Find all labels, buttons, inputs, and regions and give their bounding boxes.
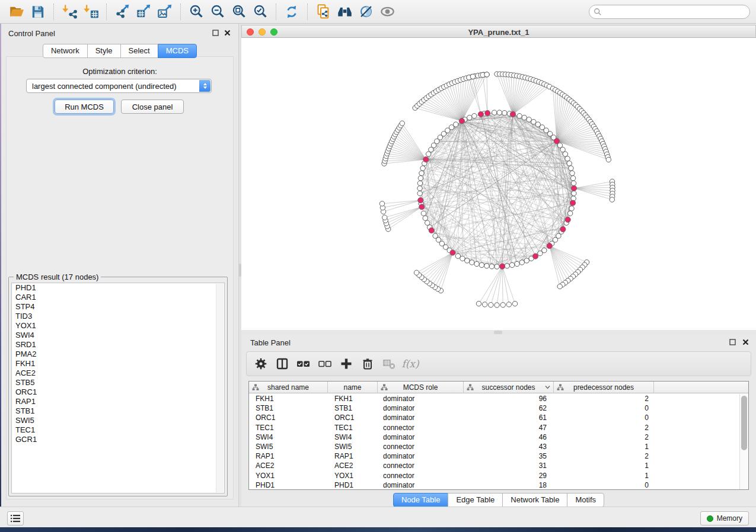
import-table-icon[interactable]: [82, 3, 100, 21]
show-hide-icon[interactable]: [378, 3, 396, 21]
mcds-result-item[interactable]: GCR1: [12, 435, 224, 444]
tab-style[interactable]: Style: [87, 44, 121, 58]
column-header-MCDS-role[interactable]: MCDS role: [378, 382, 464, 393]
search-icon: [594, 8, 602, 16]
column-header-shared-name[interactable]: shared name: [249, 382, 328, 393]
copy-network-icon[interactable]: [314, 3, 332, 21]
tab-mcds[interactable]: MCDS: [158, 44, 197, 58]
zoom-in-icon[interactable]: [187, 3, 205, 21]
open-icon[interactable]: [8, 3, 25, 21]
cell-name: ACE2: [328, 461, 378, 470]
mcds-result-item[interactable]: PMA2: [12, 350, 224, 359]
export-table-icon[interactable]: [135, 3, 152, 21]
zoom-fit-icon[interactable]: [230, 3, 248, 21]
graphics-details-icon[interactable]: [357, 3, 375, 21]
panel-divider-horizontal[interactable]: [241, 330, 756, 335]
column-header-predecessor-nodes[interactable]: predecessor nodes: [554, 382, 654, 393]
network-titlebar[interactable]: YPA_prune.txt_1: [241, 25, 756, 38]
cell-MCDS-role: dominator: [378, 451, 464, 461]
mcds-result-item[interactable]: SRD1: [12, 340, 224, 350]
table-float-icon[interactable]: [729, 339, 736, 345]
mcds-result-item[interactable]: TEC1: [12, 425, 224, 435]
mcds-result-item[interactable]: PHD1: [12, 283, 224, 293]
export-network-icon[interactable]: [113, 3, 131, 21]
cell-predecessor-nodes: 2: [554, 423, 654, 432]
table-settings-icon[interactable]: [250, 355, 272, 373]
table-tab-motifs[interactable]: Motifs: [567, 493, 604, 507]
cell-MCDS-role: connector: [378, 461, 464, 470]
result-scrollbar[interactable]: [216, 284, 224, 492]
mcds-result-item[interactable]: STP4: [12, 302, 224, 312]
table-row[interactable]: RAP1RAP1dominator352: [249, 451, 739, 461]
tab-select[interactable]: Select: [120, 44, 158, 58]
close-panel-button[interactable]: Close panel: [121, 100, 184, 114]
mcds-result-item[interactable]: ACE2: [12, 368, 224, 378]
delete-table-icon[interactable]: [378, 355, 400, 373]
task-history-button[interactable]: [7, 511, 24, 525]
tab-network[interactable]: Network: [43, 44, 88, 58]
cell-successor-nodes: 47: [464, 423, 554, 432]
table-scrollbar-thumb[interactable]: [741, 396, 747, 450]
memory-button[interactable]: Memory: [700, 511, 749, 525]
table-row[interactable]: TEC1TEC1connector472: [249, 423, 739, 432]
mcds-result-item[interactable]: TID3: [12, 312, 224, 321]
table-row[interactable]: ACE2ACE2connector311: [249, 461, 739, 470]
table-row[interactable]: YOX1YOX1connector291: [249, 471, 739, 480]
zoom-out-icon[interactable]: [209, 3, 227, 21]
float-icon[interactable]: [212, 30, 219, 36]
memory-label: Memory: [717, 514, 742, 523]
table-row[interactable]: PHD1PHD1dominator180: [249, 480, 739, 490]
table-tab-network-table[interactable]: Network Table: [502, 493, 567, 507]
table-tab-edge-table[interactable]: Edge Table: [448, 493, 503, 507]
network-view[interactable]: [241, 38, 756, 330]
mcds-result-item[interactable]: CAR1: [12, 293, 224, 302]
search-box[interactable]: [589, 5, 750, 19]
cell-MCDS-role: dominator: [378, 480, 464, 490]
network-analyzer-icon[interactable]: [336, 3, 353, 21]
column-header-successor-nodes[interactable]: successor nodes: [464, 382, 554, 393]
add-column-icon[interactable]: [336, 355, 357, 373]
mcds-result-item[interactable]: RAP1: [12, 397, 224, 406]
unselect-all-icon[interactable]: [314, 355, 336, 373]
table-scrollbar[interactable]: [739, 394, 748, 489]
mcds-result-item[interactable]: STB5: [12, 378, 224, 387]
table-tabs: Node TableEdge TableNetwork TableMotifs: [241, 493, 756, 507]
mcds-result-title: MCDS result (17 nodes): [14, 273, 101, 281]
table-row[interactable]: SWI4SWI4dominator462: [249, 432, 739, 442]
column-header-name[interactable]: name: [328, 382, 378, 393]
cell-predecessor-nodes: 2: [554, 394, 654, 403]
mcds-result-item[interactable]: SWI5: [12, 416, 224, 425]
run-mcds-button[interactable]: Run MCDS: [55, 100, 114, 114]
import-network-icon[interactable]: [60, 3, 78, 21]
cell-successor-nodes: 43: [464, 442, 554, 451]
select-all-icon[interactable]: [293, 355, 314, 373]
delete-column-icon[interactable]: [357, 355, 378, 373]
search-input[interactable]: [602, 8, 745, 16]
refresh-icon[interactable]: [283, 3, 301, 21]
save-icon[interactable]: [29, 3, 47, 21]
cell-MCDS-role: dominator: [378, 394, 464, 403]
optimization-label: Optimization criterion:: [7, 67, 233, 76]
zoom-selected-icon[interactable]: [251, 3, 269, 21]
mcds-result-item[interactable]: YOX1: [12, 321, 224, 331]
table-tab-node-table[interactable]: Node Table: [393, 493, 449, 507]
mcds-result-list[interactable]: PHD1CAR1STP4TID3YOX1SWI4SRD1PMA2FKH1ACE2…: [11, 283, 225, 493]
mcds-result-item[interactable]: SWI4: [12, 331, 224, 340]
mcds-result-item[interactable]: ORC1: [12, 387, 224, 397]
function-builder-icon[interactable]: f(x): [400, 355, 421, 373]
cell-name: YOX1: [328, 471, 378, 480]
cell-name: FKH1: [328, 394, 378, 403]
export-image-icon[interactable]: [156, 3, 174, 21]
table-row[interactable]: SWI5SWI5connector431: [249, 442, 739, 451]
table-row[interactable]: STB1STB1dominator620: [249, 403, 739, 413]
optimization-select[interactable]: largest connected component (undirected): [26, 79, 212, 93]
table-close-icon[interactable]: [742, 339, 749, 345]
close-icon[interactable]: [224, 30, 231, 36]
cell-successor-nodes: 31: [464, 461, 554, 470]
table-row[interactable]: ORC1ORC1dominator610: [249, 413, 739, 422]
show-column-icon[interactable]: [272, 355, 293, 373]
mcds-result-item[interactable]: STB1: [12, 406, 224, 416]
table-row[interactable]: FKH1FKH1dominator962: [249, 394, 739, 403]
cell-shared-name: SWI4: [249, 432, 328, 442]
mcds-result-item[interactable]: FKH1: [12, 359, 224, 368]
